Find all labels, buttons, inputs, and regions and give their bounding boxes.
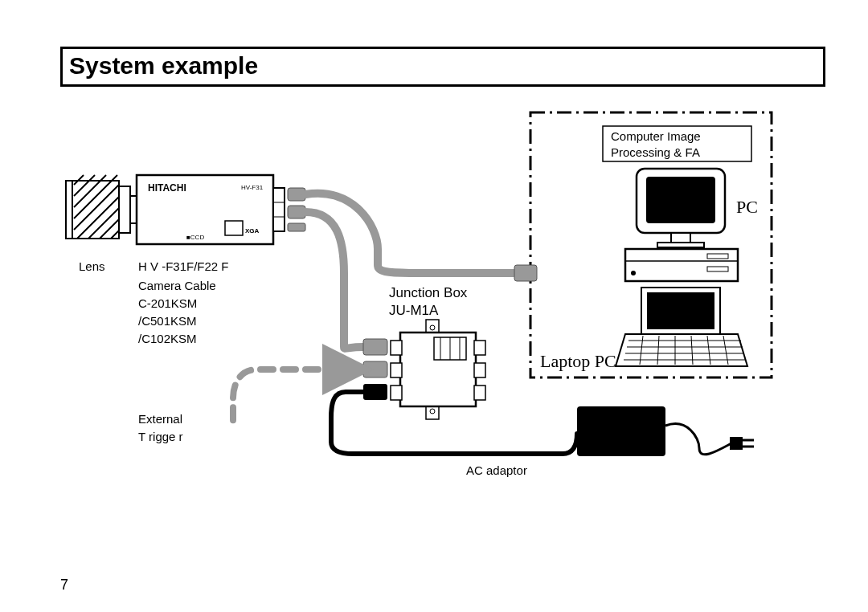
svg-rect-34 bbox=[119, 186, 130, 233]
svg-rect-70 bbox=[363, 384, 387, 400]
svg-rect-12 bbox=[647, 292, 714, 329]
svg-rect-42 bbox=[273, 188, 285, 231]
cable-model-3: /C102KSM bbox=[138, 331, 197, 347]
diagram-canvas: System example bbox=[0, 0, 868, 612]
svg-rect-3 bbox=[646, 177, 715, 223]
svg-text:XGA: XGA bbox=[245, 227, 260, 235]
svg-rect-68 bbox=[514, 265, 537, 281]
laptop-label: Laptop PC bbox=[540, 350, 616, 373]
cable-model-2: /C501KSM bbox=[138, 313, 197, 329]
ac-adaptor-label: AC adaptor bbox=[466, 463, 527, 479]
svg-rect-58 bbox=[474, 386, 485, 400]
svg-point-10 bbox=[631, 271, 636, 275]
svg-rect-55 bbox=[391, 386, 402, 400]
svg-rect-24 bbox=[66, 181, 72, 239]
cable-model-1: C-201KSM bbox=[138, 296, 197, 312]
camera-model-label: H V -F31F/F22 F bbox=[138, 259, 229, 275]
svg-rect-63 bbox=[577, 406, 665, 456]
svg-rect-69 bbox=[363, 361, 387, 377]
pc-label: PC bbox=[736, 196, 758, 219]
svg-rect-47 bbox=[288, 223, 305, 231]
computer-image-label-1: Computer Image bbox=[611, 129, 701, 145]
svg-rect-67 bbox=[363, 339, 387, 355]
junction-box-label: Junction Box bbox=[389, 284, 467, 302]
svg-rect-4 bbox=[671, 233, 690, 243]
svg-rect-56 bbox=[474, 341, 485, 355]
svg-rect-64 bbox=[730, 437, 743, 450]
svg-rect-8 bbox=[707, 254, 728, 259]
svg-text:■CCD: ■CCD bbox=[186, 234, 204, 241]
external-label: External bbox=[138, 411, 182, 427]
svg-text:HITACHI: HITACHI bbox=[148, 182, 186, 194]
junction-model-label: JU-M1A bbox=[389, 302, 438, 320]
camera-cable-label: Camera Cable bbox=[138, 278, 216, 294]
junction-box-icon bbox=[391, 320, 485, 419]
svg-rect-53 bbox=[391, 341, 402, 355]
trigger-label: T rigge r bbox=[138, 429, 183, 445]
computer-image-label-2: Processing & FA bbox=[611, 145, 700, 161]
svg-rect-54 bbox=[391, 363, 402, 377]
svg-rect-9 bbox=[707, 267, 728, 271]
lens-icon bbox=[66, 175, 137, 239]
svg-rect-5 bbox=[657, 243, 704, 247]
svg-rect-57 bbox=[474, 363, 485, 377]
svg-text:HV-F31: HV-F31 bbox=[241, 184, 264, 191]
page-number: 7 bbox=[60, 577, 68, 594]
lens-label: Lens bbox=[79, 259, 105, 275]
